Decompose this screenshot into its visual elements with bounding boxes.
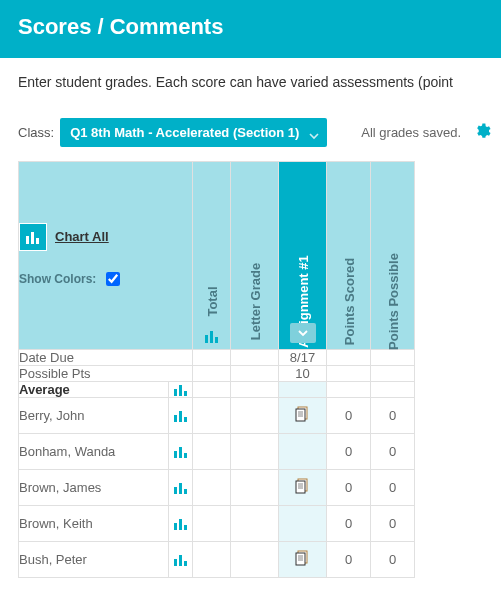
svg-rect-29	[179, 519, 182, 530]
chart-all-link[interactable]: Chart All	[55, 229, 109, 244]
points-possible-cell: 0	[371, 506, 415, 542]
comment-icon[interactable]	[295, 550, 311, 566]
chevron-down-icon	[298, 330, 308, 337]
col-header-letter-grade[interactable]: Letter Grade	[231, 162, 279, 350]
svg-rect-8	[184, 391, 187, 396]
chart-all-button[interactable]	[19, 223, 47, 251]
saved-status: All grades saved.	[361, 125, 461, 140]
comment-icon[interactable]	[295, 478, 311, 494]
bar-chart-icon[interactable]	[169, 554, 192, 566]
row-date-due: Date Due 8/17	[19, 350, 415, 366]
col-header-points-possible[interactable]: Points Possible	[371, 162, 415, 350]
svg-rect-1	[31, 232, 34, 244]
comment-icon[interactable]	[295, 406, 311, 422]
svg-rect-21	[179, 483, 182, 494]
points-scored-cell: 0	[327, 470, 371, 506]
points-scored-cell: 0	[327, 398, 371, 434]
student-name: Brown, James	[19, 470, 169, 506]
svg-rect-31	[174, 559, 177, 566]
points-possible-cell: 0	[371, 542, 415, 578]
svg-rect-10	[179, 411, 182, 422]
points-scored-cell: 0	[327, 542, 371, 578]
student-row: Berry, John00	[19, 398, 415, 434]
points-possible-cell: 0	[371, 434, 415, 470]
student-row: Bonham, Wanda00	[19, 434, 415, 470]
class-label: Class:	[18, 125, 54, 140]
svg-rect-35	[296, 553, 305, 565]
bar-chart-icon[interactable]	[204, 329, 220, 343]
col-header-assignment[interactable]: Assignment #1	[279, 162, 327, 350]
points-scored-cell: 0	[327, 506, 371, 542]
bar-chart-icon[interactable]	[169, 384, 192, 396]
col-header-total[interactable]: Total	[193, 162, 231, 350]
svg-rect-3	[205, 335, 208, 343]
svg-rect-22	[184, 489, 187, 494]
assignment-cell[interactable]	[279, 506, 327, 542]
bar-chart-icon[interactable]	[169, 410, 192, 422]
instruction-text: Enter student grades. Each score can hav…	[0, 58, 501, 90]
svg-rect-7	[179, 385, 182, 396]
student-name: Bush, Peter	[19, 542, 169, 578]
bar-chart-icon[interactable]	[169, 482, 192, 494]
svg-rect-32	[179, 555, 182, 566]
svg-rect-13	[296, 409, 305, 421]
points-scored-cell: 0	[327, 434, 371, 470]
page-title: Scores / Comments	[18, 14, 483, 40]
row-possible-pts: Possible Pts 10	[19, 366, 415, 382]
toolbar: Class: Q1 8th Math - Accelerated (Sectio…	[0, 90, 501, 155]
student-name: Berry, John	[19, 398, 169, 434]
assignment-cell[interactable]	[279, 470, 327, 506]
student-name: Brown, Keith	[19, 506, 169, 542]
col-header-points-scored[interactable]: Points Scored	[327, 162, 371, 350]
points-possible-cell: 0	[371, 470, 415, 506]
svg-rect-4	[210, 331, 213, 343]
average-label: Average	[19, 382, 169, 398]
assignment-cell[interactable]	[279, 542, 327, 578]
bar-chart-icon[interactable]	[169, 518, 192, 530]
gear-icon[interactable]	[473, 122, 491, 143]
show-colors-label: Show Colors:	[19, 272, 96, 286]
svg-rect-28	[174, 523, 177, 530]
svg-rect-6	[174, 389, 177, 396]
date-due-label: Date Due	[19, 350, 193, 366]
grades-table: Chart All Show Colors: Total Letter Grad…	[18, 161, 415, 578]
class-select[interactable]: Q1 8th Math - Accelerated (Section 1)	[60, 118, 327, 147]
svg-rect-19	[184, 453, 187, 458]
assignment-cell[interactable]	[279, 434, 327, 470]
page-header: Scores / Comments	[0, 0, 501, 58]
student-row: Brown, James00	[19, 470, 415, 506]
points-possible-cell: 0	[371, 398, 415, 434]
chevron-down-icon	[309, 128, 319, 143]
assignment-cell[interactable]	[279, 398, 327, 434]
class-select-value: Q1 8th Math - Accelerated (Section 1)	[70, 125, 299, 140]
date-due-value: 8/17	[279, 350, 327, 366]
svg-rect-17	[174, 451, 177, 458]
possible-pts-value: 10	[279, 366, 327, 382]
svg-rect-11	[184, 417, 187, 422]
student-row: Bush, Peter00	[19, 542, 415, 578]
svg-rect-18	[179, 447, 182, 458]
corner-cell: Chart All Show Colors:	[19, 162, 193, 350]
bar-chart-icon[interactable]	[169, 446, 192, 458]
student-name: Bonham, Wanda	[19, 434, 169, 470]
svg-rect-2	[36, 238, 39, 244]
svg-rect-33	[184, 561, 187, 566]
show-colors-checkbox[interactable]	[106, 272, 120, 286]
svg-rect-30	[184, 525, 187, 530]
svg-rect-9	[174, 415, 177, 422]
row-average: Average	[19, 382, 415, 398]
svg-rect-0	[26, 236, 29, 244]
svg-rect-24	[296, 481, 305, 493]
expand-column-button[interactable]	[290, 323, 316, 343]
svg-rect-20	[174, 487, 177, 494]
svg-rect-5	[215, 337, 218, 343]
possible-pts-label: Possible Pts	[19, 366, 193, 382]
student-row: Brown, Keith00	[19, 506, 415, 542]
